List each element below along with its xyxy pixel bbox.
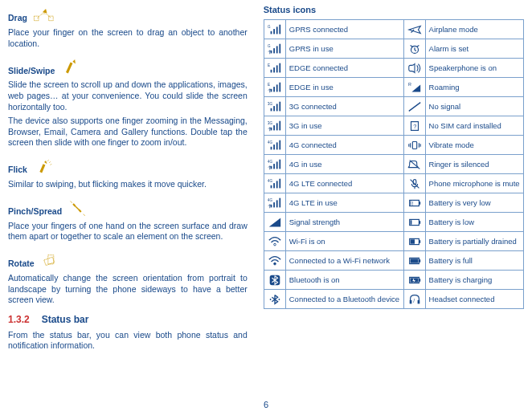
- svg-text:4G: 4G: [268, 179, 273, 183]
- table-row: 3G3G in use?No SIM card installed: [264, 116, 523, 136]
- status-label: Vibrate mode: [425, 136, 523, 155]
- section-title: Status bar: [42, 314, 89, 325]
- gprs-in-use-icon: G: [264, 39, 285, 59]
- svg-rect-59: [279, 197, 280, 207]
- status-label: Headset connected: [425, 290, 523, 309]
- status-label: GPRS in use: [285, 39, 403, 59]
- svg-rect-65: [419, 221, 420, 224]
- 4g-in-use-icon: 4G: [264, 155, 285, 174]
- gesture-rotate: Rotate Automatically change the screen o…: [8, 250, 248, 306]
- svg-text:?: ?: [413, 122, 416, 129]
- table-row: Connected to a Bluetooth device/Headset …: [264, 290, 523, 309]
- table-row: 4G4G in useRinger is silenced: [264, 155, 523, 174]
- svg-text:3G: 3G: [268, 102, 273, 106]
- 4g-connected-icon: 4G: [264, 136, 285, 155]
- speakerphone-icon: [403, 59, 425, 78]
- svg-point-80: [278, 299, 280, 300]
- svg-rect-42: [279, 140, 280, 149]
- no-sim-icon: ?: [403, 116, 425, 136]
- svg-rect-11: [273, 48, 275, 53]
- table-row: 4G4G LTE connectedPhone microphone is mu…: [264, 174, 523, 193]
- flick-title: Flick: [8, 165, 27, 176]
- gesture-slide: Slide/Swipe Slide the screen to scroll u…: [8, 57, 248, 149]
- alarm-set-icon: [403, 39, 425, 59]
- status-label: 4G connected: [285, 136, 403, 155]
- status-label: Connected to a Wi-Fi network: [285, 251, 403, 271]
- svg-rect-18: [276, 65, 278, 72]
- table-row: Signal strengthBattery is low: [264, 213, 523, 232]
- svg-rect-46: [273, 164, 275, 169]
- status-label: Battery is very low: [425, 193, 523, 213]
- slide-body2: The device also supports one finger zoom…: [8, 116, 248, 149]
- status-label: Alarm is set: [425, 39, 523, 59]
- svg-rect-32: [270, 127, 272, 130]
- svg-rect-23: [276, 84, 278, 92]
- status-label: Battery is low: [425, 213, 523, 232]
- svg-rect-21: [270, 88, 272, 92]
- svg-rect-62: [410, 201, 411, 205]
- slide-title: Slide/Swipe: [8, 66, 55, 77]
- svg-rect-73: [419, 259, 420, 262]
- edge-connected-icon: E: [264, 59, 285, 78]
- status-label: Connected to a Bluetooth device: [285, 290, 403, 309]
- gesture-flick: Flick Similar to swiping, but flicking m…: [8, 157, 248, 190]
- status-label: 4G LTE in use: [285, 193, 403, 213]
- table-row: 4G4G LTE in use!Battery is very low: [264, 193, 523, 213]
- mic-mute-icon: [403, 174, 425, 193]
- svg-rect-24: [279, 82, 280, 92]
- status-label: 3G in use: [285, 116, 403, 136]
- svg-rect-48: [279, 159, 280, 169]
- 3g-in-use-icon: 3G: [264, 116, 285, 136]
- gprs-connected-icon: G: [264, 20, 285, 39]
- section-statusbar: 1.3.2 Status bar From the status bar, yo…: [8, 314, 248, 352]
- flick-body: Similar to swiping, but flicking makes i…: [8, 179, 248, 190]
- table-row: 4G4G connectedVibrate mode: [264, 136, 523, 155]
- section-body: From the status bar, you can view both p…: [8, 330, 248, 352]
- pinch-title: Pinch/Spread: [8, 206, 62, 218]
- table-row: EEDGE connectedSpeakerphone is on: [264, 59, 523, 78]
- rotate-body: Automatically change the screen orientat…: [8, 273, 248, 306]
- slide-body1: Slide the screen to scroll up and down t…: [8, 79, 248, 112]
- table-row: GGPRS connectedAirplane mode: [264, 20, 523, 39]
- slide-gesture-icon: [60, 57, 83, 76]
- svg-rect-29: [276, 104, 278, 111]
- drag-title: Drag: [8, 13, 27, 24]
- svg-rect-39: [270, 146, 272, 149]
- svg-text:E: E: [268, 63, 270, 67]
- pinch-gesture-icon: [68, 198, 90, 218]
- svg-rect-50: [270, 185, 272, 188]
- signal-strength-icon: [264, 213, 285, 232]
- status-label: Battery is partially drained: [425, 232, 523, 251]
- vibrate-mode-icon: [403, 136, 425, 155]
- status-label: 4G LTE connected: [285, 174, 403, 193]
- svg-rect-43: [412, 141, 416, 149]
- battery-partial-icon: [403, 232, 425, 251]
- status-label: Battery is charging: [425, 271, 523, 290]
- svg-rect-0: [34, 16, 39, 21]
- bluetooth-on-icon: [264, 271, 285, 290]
- status-label: No SIM card installed: [425, 116, 523, 136]
- table-row: 3G3G connectedNo signal: [264, 97, 523, 116]
- wifi-on-icon: [264, 232, 285, 251]
- svg-rect-70: [410, 239, 414, 243]
- status-label: Speakerphone is on: [425, 59, 523, 78]
- section-number: 1.3.2: [8, 314, 30, 325]
- status-label: Airplane mode: [425, 20, 523, 39]
- svg-rect-81: [409, 299, 411, 303]
- svg-rect-6: [273, 29, 275, 34]
- bluetooth-connected-icon: [264, 290, 285, 309]
- svg-text:!: !: [411, 200, 413, 206]
- status-label: Signal strength: [285, 213, 403, 232]
- svg-rect-34: [276, 123, 278, 130]
- table-row: Wi-Fi is onBattery is partially drained: [264, 232, 523, 251]
- svg-rect-13: [279, 43, 280, 53]
- status-label: Wi-Fi is on: [285, 232, 403, 251]
- svg-rect-5: [270, 31, 272, 34]
- roaming-icon: R: [403, 78, 425, 97]
- svg-rect-19: [279, 63, 280, 72]
- svg-text:G: G: [268, 25, 271, 29]
- drag-gesture-icon: [33, 5, 55, 24]
- edge-in-use-icon: E: [264, 78, 285, 97]
- headset-connected-icon: /: [403, 290, 425, 309]
- svg-text:4G: 4G: [268, 140, 273, 144]
